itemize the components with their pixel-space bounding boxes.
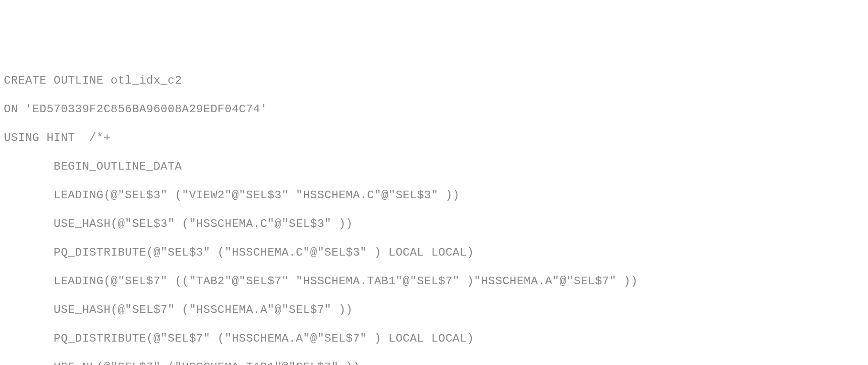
code-line-1: CREATE OUTLINE otl_idx_c2 (4, 74, 864, 88)
code-line-8: LEADING(@"SEL$7" (("TAB2"@"SEL$7" "HSSCH… (4, 274, 864, 289)
sql-code-block: CREATE OUTLINE otl_idx_c2 ON 'ED570339F2… (4, 59, 864, 365)
code-line-6: USE_HASH(@"SEL$3" ("HSSCHEMA.C"@"SEL$3" … (4, 217, 864, 231)
code-line-5: LEADING(@"SEL$3" ("VIEW2"@"SEL$3" "HSSCH… (4, 188, 864, 203)
code-line-10: PQ_DISTRIBUTE(@"SEL$7" ("HSSCHEMA.A"@"SE… (4, 332, 864, 346)
code-line-2: ON 'ED570339F2C856BA96008A29EDF04C74' (4, 102, 864, 117)
code-line-11: USE_NL(@"SEL$7" ("HSSCHEMA.TAB1"@"SEL$7"… (4, 360, 864, 365)
code-line-3: USING HINT /*+ (4, 131, 864, 145)
code-line-9: USE_HASH(@"SEL$7" ("HSSCHEMA.A"@"SEL$7" … (4, 303, 864, 317)
code-line-7: PQ_DISTRIBUTE(@"SEL$3" ("HSSCHEMA.C"@"SE… (4, 246, 864, 260)
code-line-4: BEGIN_OUTLINE_DATA (4, 160, 864, 174)
